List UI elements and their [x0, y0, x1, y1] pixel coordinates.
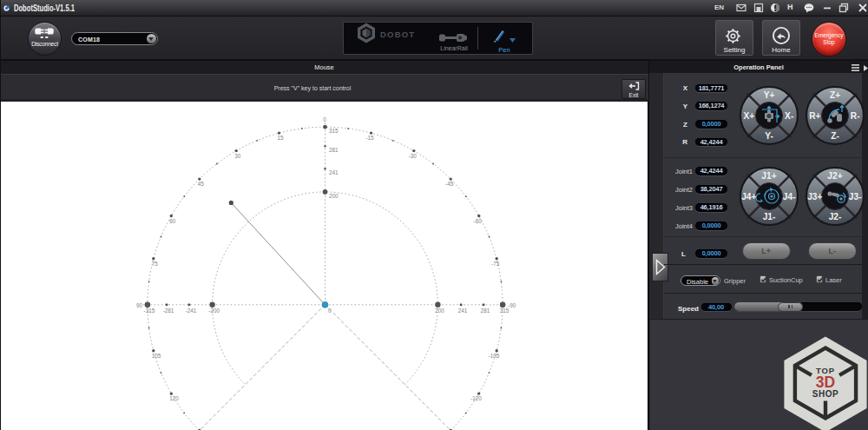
svg-text:3D: 3D	[816, 374, 835, 391]
svg-text:SHOP: SHOP	[812, 389, 838, 399]
